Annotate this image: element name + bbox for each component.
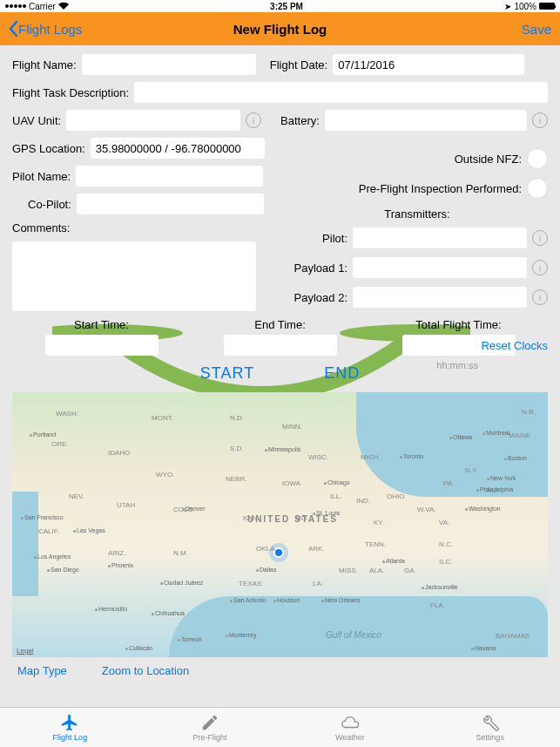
state-label: N.M. <box>173 549 188 557</box>
pilot-name-label: Pilot Name: <box>12 170 71 183</box>
state-label: UTAH <box>117 501 135 509</box>
city-label: Ottawa <box>449 434 472 440</box>
tx-pilot-info-icon[interactable]: i <box>532 230 548 246</box>
state-label: WASH. <box>56 410 78 418</box>
city-label: Ciudad Juárez <box>160 580 203 586</box>
flight-date-label: Flight Date: <box>270 58 327 71</box>
tx-pilot-input[interactable] <box>353 227 527 248</box>
tab-flight-log[interactable]: Flight Log <box>0 708 140 747</box>
transmitters-label: Transmitters: <box>287 207 548 221</box>
battery-pct: 100% <box>514 2 536 11</box>
wifi-icon <box>58 2 69 11</box>
city-label: St. Louis <box>313 510 340 516</box>
tx-payload2-label: Payload 2: <box>294 291 347 304</box>
zoom-link[interactable]: Zoom to Location <box>102 664 189 677</box>
end-time-label: End Time: <box>254 318 306 331</box>
state-label: IND. <box>356 497 370 505</box>
tx-pilot-label: Pilot: <box>322 232 347 245</box>
city-label: Washington <box>465 506 501 512</box>
tx-payload1-label: Payload 1: <box>294 261 347 275</box>
state-label: ALA. <box>369 567 384 574</box>
chevron-left-icon <box>9 21 18 37</box>
tab-settings[interactable]: Settings <box>420 708 560 747</box>
state-label: CALIF. <box>38 527 59 535</box>
end-time-input[interactable] <box>224 335 337 356</box>
tx-payload2-info-icon[interactable]: i <box>532 289 548 305</box>
wrench-icon <box>481 713 500 732</box>
gulf-label: Gulf of Mexico <box>326 630 381 640</box>
save-button[interactable]: Save <box>522 22 551 37</box>
state-label: MINN. <box>282 423 302 431</box>
map-type-link[interactable]: Map Type <box>17 664 67 677</box>
flight-name-label: Flight Name: <box>12 58 77 71</box>
state-label: MICH. <box>361 453 381 461</box>
city-label: Torreón <box>178 636 202 642</box>
back-label: Flight Logs <box>18 22 82 37</box>
uav-unit-input[interactable] <box>66 110 240 131</box>
total-time-label: Total Flight Time: <box>415 318 501 331</box>
pilot-name-input[interactable] <box>76 166 263 187</box>
tx-payload2-input[interactable] <box>353 287 527 308</box>
state-label: N.Y. <box>465 466 478 474</box>
tx-payload1-info-icon[interactable]: i <box>532 260 548 275</box>
city-label: San Antonio <box>230 597 267 603</box>
task-desc-input[interactable] <box>134 82 548 103</box>
tab-weather[interactable]: Weather <box>280 708 421 747</box>
nav-bar: Flight Logs New Flight Log Save <box>0 12 560 45</box>
city-label: Culiacán <box>125 645 152 651</box>
state-label: WISC. <box>308 453 328 461</box>
city-label: New York <box>487 475 516 481</box>
state-label: S.C. <box>439 558 453 566</box>
city-label: Minneapolis <box>265 446 300 452</box>
plane-icon <box>60 713 79 732</box>
signal-icon <box>5 4 26 8</box>
gps-input[interactable] <box>91 138 265 159</box>
state-label: TENN. <box>365 540 386 548</box>
state-label: IDAHO <box>108 449 130 457</box>
checklist-icon <box>200 713 219 732</box>
uav-unit-label: UAV Unit: <box>12 114 61 127</box>
reset-clocks-link[interactable]: Reset Clocks <box>481 339 548 352</box>
back-button[interactable]: Flight Logs <box>9 21 82 37</box>
start-time-input[interactable] <box>45 335 159 356</box>
state-label: NEV. <box>69 492 84 500</box>
state-label: WYO. <box>156 471 174 479</box>
comments-input[interactable] <box>12 241 256 311</box>
tab-label: Settings <box>476 733 504 742</box>
state-label: MO. <box>295 514 308 522</box>
state-label: ARIZ. <box>108 549 125 557</box>
flight-name-input[interactable] <box>82 54 256 75</box>
gps-label: GPS Location: <box>12 142 85 155</box>
status-bar: Carrier 3:25 PM ➤ 100% <box>0 0 560 12</box>
state-label: NEBR. <box>226 475 246 483</box>
copilot-input[interactable] <box>77 194 264 214</box>
preflight-toggle[interactable] <box>527 178 548 199</box>
map-view[interactable]: UNITED STATES Gulf of Mexico WASH. MONT.… <box>12 392 548 657</box>
end-button[interactable]: END <box>324 364 360 383</box>
state-label: S.D. <box>230 445 244 452</box>
state-label: OHIO <box>387 492 404 500</box>
tab-label: Flight Log <box>53 733 88 742</box>
city-label: Denver <box>182 506 206 512</box>
uav-info-icon[interactable]: i <box>246 112 261 128</box>
tx-payload1-input[interactable] <box>353 257 527 278</box>
flight-date-input[interactable] <box>333 54 524 75</box>
state-label: OKLA. <box>256 545 277 553</box>
legal-link[interactable]: Legal <box>17 647 34 655</box>
start-button[interactable]: START <box>200 364 254 383</box>
comments-label: Comments: <box>12 221 70 234</box>
state-label: MISS. <box>339 567 358 574</box>
battery-input[interactable] <box>325 110 527 131</box>
battery-info-icon[interactable]: i <box>532 112 548 128</box>
state-label: BAHAMAS <box>496 632 530 640</box>
city-label: Monterrey <box>226 632 257 638</box>
state-label: GA. <box>404 567 416 574</box>
cloud-icon <box>341 713 360 732</box>
state-label: TEXAS <box>239 580 261 587</box>
state-label: W.VA. <box>417 506 436 513</box>
outside-nfz-toggle[interactable] <box>527 148 548 169</box>
state-label: PA. <box>443 479 454 487</box>
tab-pre-flight[interactable]: Pre-Flight <box>140 708 280 747</box>
city-label: Toronto <box>400 453 423 459</box>
battery-label: Battery: <box>280 114 320 127</box>
